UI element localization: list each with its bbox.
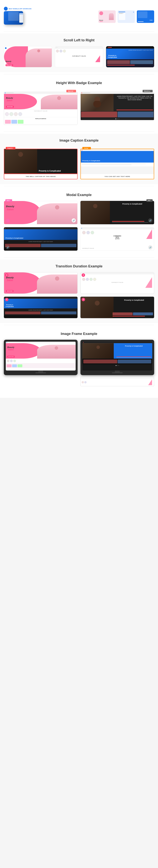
page-wrapper: BEST MOBILE APP SHOWCASE BeautySalon bbox=[0, 0, 158, 398]
scroll-card-3[interactable]: Proverty isComplicated LEARN FROM PROVER… bbox=[106, 46, 154, 67]
fr1-book-label: BOOK NOW bbox=[7, 356, 14, 358]
scroll-card-1[interactable]: Beauty Salon BOOK NOW bbox=[4, 46, 52, 67]
tc4-add-btn[interactable]: + bbox=[82, 298, 85, 301]
modal4-content: COMBININGWITHquality bbox=[81, 229, 154, 241]
scroll-card-2[interactable]: OUR BEAUTY SALON bbox=[55, 46, 103, 67]
tc2-p3 bbox=[90, 278, 93, 281]
modal-card-4-inner: COMBININGWITHquality OUR BEAUTY SALON 🔗 bbox=[81, 227, 154, 251]
transition-card-1[interactable]: + Beauty Salon BOOK NOW bbox=[4, 272, 77, 294]
modal1-body: Beauty Salon bbox=[4, 201, 77, 224]
app-logo-icon bbox=[4, 7, 8, 10]
book-btn-label: BOOK NOW bbox=[6, 64, 13, 66]
pink-circle bbox=[99, 11, 103, 15]
tc1-head bbox=[55, 276, 59, 281]
grid-img1 bbox=[107, 60, 130, 64]
book-now-mini[interactable]: BOOK NOW bbox=[6, 106, 14, 108]
salon-label: Salon bbox=[6, 62, 11, 64]
fr2-d2 bbox=[117, 365, 118, 366]
blue-top bbox=[119, 11, 125, 12]
fr2-grid bbox=[83, 360, 151, 363]
tc1-person bbox=[37, 275, 77, 293]
modal2-link-icon[interactable]: 🔗 bbox=[148, 218, 152, 223]
fr1-s1 bbox=[7, 364, 11, 367]
transition-card-3[interactable]: + Proverty isComplicated LEARN FROM PROV… bbox=[4, 297, 77, 318]
fr1-header: Beauty Salon BOOK NOW bbox=[6, 343, 76, 359]
bc2-line bbox=[83, 93, 90, 93]
modal3-text: LEARN FROM PROVERTY: JUST FOR TODAY bbox=[5, 241, 76, 242]
caption-card-1-inner: Proverty is Complicated THE WELL CAPTION… bbox=[4, 149, 77, 179]
bc2-dots bbox=[81, 118, 154, 120]
tc3-g2 bbox=[41, 311, 76, 314]
tc4-body: Proverty is Complicated bbox=[81, 297, 154, 318]
book-btn[interactable]: BOOK NOW bbox=[6, 64, 13, 66]
new-badge: New ↑ bbox=[5, 199, 12, 202]
person-shape bbox=[109, 13, 114, 20]
tc4-mini-grid bbox=[113, 312, 153, 315]
dark-card-text: LEARN FROM PROVERTY: JUST FOR TODAY bbox=[128, 50, 153, 51]
modal3-grid bbox=[4, 243, 77, 248]
fr1-book[interactable]: BOOK NOW bbox=[7, 356, 14, 358]
monitor-2-stand bbox=[115, 371, 120, 372]
frame-card-1[interactable]: Beauty Salon BOOK NOW bbox=[4, 340, 77, 386]
modal-card-4[interactable]: COMBININGWITHquality OUR BEAUTY SALON 🔗 bbox=[81, 227, 154, 251]
red-bar-small bbox=[117, 110, 153, 110]
tc3-add-btn[interactable]: + bbox=[5, 298, 8, 301]
tc1-btn[interactable]: BOOK NOW bbox=[6, 290, 13, 292]
modal2-poverty-title: Proverty is Complicated bbox=[112, 203, 152, 205]
dot1 bbox=[150, 20, 150, 21]
fr1-person bbox=[37, 345, 76, 359]
mastery-badge: Mastery ↑ bbox=[143, 90, 153, 92]
modal3-link-icon[interactable]: 🔗 bbox=[6, 245, 10, 249]
tc3-nav bbox=[4, 297, 77, 299]
tc1-add-btn[interactable]: + bbox=[5, 273, 8, 277]
tc3-content: LEARN FROM PROVERTY: JUST FOR TODAY bbox=[4, 308, 77, 315]
modal1-link-icon[interactable]: 🔗 bbox=[72, 218, 76, 223]
cap2-content bbox=[81, 162, 154, 166]
tc4-bottom-area bbox=[113, 312, 153, 316]
frame-card-2[interactable]: Proverty is Complicated bbox=[81, 340, 154, 386]
fr2-sub-card[interactable] bbox=[81, 377, 154, 386]
bc1-title: Beauty Salon bbox=[6, 97, 13, 101]
fr2-d3 bbox=[118, 365, 119, 366]
transition-card-2[interactable]: + OUR BEAUTY SALON bbox=[81, 272, 154, 294]
bc2-g1 bbox=[81, 112, 117, 117]
scroll-title: Scroll Left to Right bbox=[4, 38, 154, 42]
person-head bbox=[57, 96, 61, 100]
fr2-d1 bbox=[116, 365, 117, 366]
modal-card-3[interactable]: Proverty is Complicated LEARN FROM PROVE… bbox=[4, 227, 77, 251]
caption-card-1[interactable]: Superb ↑ Proverty is Complicated THE WEL… bbox=[4, 149, 77, 179]
caption-card-2[interactable]: Jump ↑ Proverty is Complicated bbox=[81, 149, 154, 179]
monitor-1-stand bbox=[38, 371, 43, 372]
fr1-head bbox=[55, 346, 58, 350]
poverty-text: LEARN FROM PROVERTY: JUST FOR TODAY, GIV… bbox=[117, 95, 153, 101]
poverty-text-cap: Proverty is Complicated bbox=[39, 170, 75, 172]
modal-grid: New ↑ Beauty Salon bbox=[4, 201, 154, 251]
card-lines bbox=[119, 12, 125, 14]
transition-card-4[interactable]: + Proverty is Complicated bbox=[81, 297, 154, 318]
modal-card-3-inner: Proverty is Complicated LEARN FROM PROVE… bbox=[4, 227, 77, 251]
tc2-p4 bbox=[93, 278, 96, 281]
caption-cards-container: Superb ↑ Proverty is Complicated THE WEL… bbox=[4, 146, 154, 179]
blue-header-area: Proverty isComplicated LEARN FROM PROVER… bbox=[106, 49, 154, 59]
red-progress bbox=[107, 65, 135, 65]
cap2-title: Proverty is Complicated bbox=[82, 160, 100, 162]
modal-card-1[interactable]: New ↑ Beauty Salon bbox=[4, 201, 77, 224]
badge-card-1[interactable]: Special ↑ Beauty bbox=[4, 92, 77, 125]
modal4-link-icon[interactable]: 🔗 bbox=[148, 245, 152, 249]
modal-card-2[interactable]: Hot ↑ Proverty is Complicated 🔗 bbox=[81, 201, 154, 224]
bc2-g2 bbox=[118, 112, 154, 117]
product-dots bbox=[56, 50, 102, 53]
tc3-blue: Proverty isComplicated bbox=[4, 299, 77, 308]
modal3-body: Proverty is Complicated LEARN FROM PROVE… bbox=[4, 227, 77, 250]
divider-6 bbox=[4, 325, 154, 325]
m4-p3 bbox=[91, 231, 94, 234]
fr1-s3 bbox=[18, 364, 22, 367]
m4-p1 bbox=[82, 231, 86, 234]
tc2-add-btn[interactable]: + bbox=[82, 273, 85, 277]
poverty-title-cap: Proverty is Complicated bbox=[39, 170, 75, 172]
fr2-sub-products bbox=[82, 381, 110, 383]
badge-card-2[interactable]: Mastery ↑ LEARN FROM PROVERTY: JUST FOR … bbox=[81, 92, 154, 125]
our-beauty-label: OUR BEAUTY SALON bbox=[5, 111, 76, 112]
fr1-title: Beauty Salon bbox=[7, 346, 14, 351]
fr2-sp1 bbox=[82, 381, 84, 383]
